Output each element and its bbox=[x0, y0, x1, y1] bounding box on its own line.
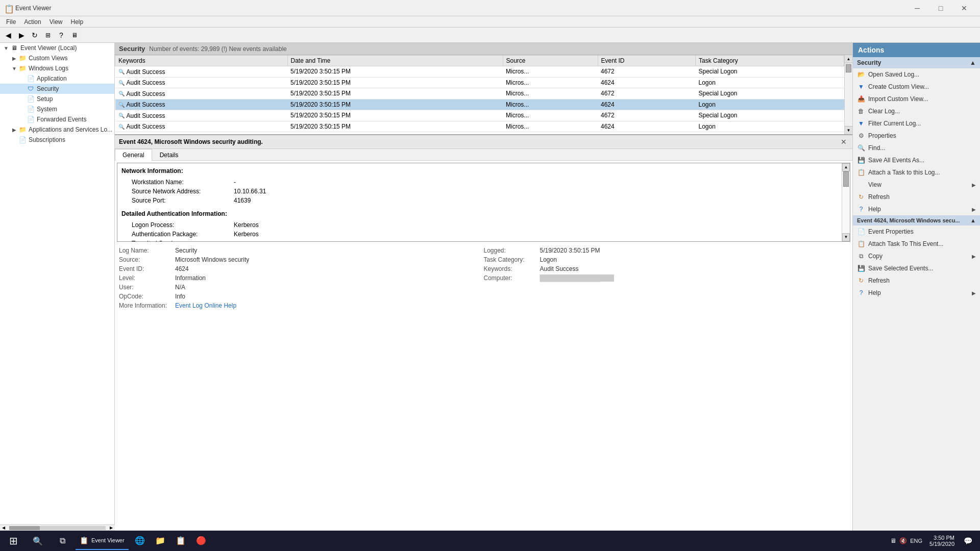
menu-file[interactable]: File bbox=[2, 17, 20, 27]
tree-root[interactable]: ▼ 🖥 Event Viewer (Local) bbox=[0, 43, 114, 53]
action-find[interactable]: 🔍 Find... bbox=[853, 142, 980, 154]
taskbar-clock[interactable]: 3:50 PM 5/19/2020 bbox=[926, 535, 958, 547]
info-box-vscrollbar[interactable]: ▲ ▼ bbox=[842, 163, 850, 241]
more-info-link[interactable]: Event Log Online Help bbox=[175, 302, 236, 309]
computer-label: Computer: bbox=[484, 274, 540, 282]
toolbar-refresh[interactable]: ↻ bbox=[29, 29, 41, 41]
copy-icon: ⧉ bbox=[857, 252, 865, 260]
ie-icon: 🌐 bbox=[135, 536, 145, 545]
scroll-up-btn[interactable]: ▲ bbox=[845, 55, 852, 63]
action-help-event[interactable]: ? Help ▶ bbox=[853, 287, 980, 299]
scroll-left-icon[interactable]: ◀ bbox=[0, 525, 7, 530]
workstation-label: Workstation Name: bbox=[132, 178, 234, 187]
taskbar: ⊞ 🔍 ⧉ 📋 Event Viewer 🌐 📁 📋 🔴 🖥 🔇 ENG 3:5… bbox=[0, 531, 980, 551]
minimize-button[interactable]: ─ bbox=[905, 0, 929, 16]
security-log-icon: 🛡 bbox=[27, 85, 35, 93]
custom-views-expand-icon[interactable]: ▶ bbox=[10, 54, 18, 62]
tree-setup[interactable]: 📄 Setup bbox=[0, 94, 114, 104]
action-open-saved-log[interactable]: 📂 Open Saved Log... bbox=[853, 68, 980, 81]
taskbar-search-button[interactable]: 🔍 bbox=[27, 531, 49, 551]
event-section-label: Event 4624, Microsoft Windows secu... bbox=[857, 217, 960, 223]
action-view[interactable]: View ▶ bbox=[853, 179, 980, 191]
center-panel: Security Number of events: 29,989 (!) Ne… bbox=[115, 43, 852, 531]
setup-log-icon: 📄 bbox=[27, 95, 35, 103]
toolbar-help[interactable]: ? bbox=[55, 29, 67, 41]
menu-view[interactable]: View bbox=[45, 17, 67, 27]
tree-system[interactable]: 📄 System bbox=[0, 104, 114, 114]
scroll-right-icon[interactable]: ▶ bbox=[108, 525, 115, 530]
taskbar-ie[interactable]: 🌐 bbox=[131, 532, 149, 550]
filter-icon: ▼ bbox=[857, 119, 865, 128]
action-event-properties[interactable]: 📄 Event Properties bbox=[853, 226, 980, 238]
lang-indicator[interactable]: ENG bbox=[910, 538, 922, 544]
root-expand-icon[interactable]: ▼ bbox=[2, 44, 10, 52]
tree-subscriptions[interactable]: 📄 Subscriptions bbox=[0, 135, 114, 145]
maximize-button[interactable]: □ bbox=[929, 0, 952, 16]
col-source[interactable]: Source bbox=[503, 56, 598, 66]
taskbar-app3[interactable]: 📋 bbox=[172, 532, 190, 550]
table-row[interactable]: 🔍Audit Success 5/19/2020 3:50:15 PMMicro… bbox=[115, 121, 844, 132]
taskbar-event-viewer[interactable]: 📋 Event Viewer bbox=[76, 532, 129, 550]
menu-action[interactable]: Action bbox=[20, 17, 45, 27]
action-save-all[interactable]: 💾 Save All Events As... bbox=[853, 154, 980, 166]
task-view-button[interactable]: ⧉ bbox=[51, 531, 74, 551]
action-copy[interactable]: ⧉ Copy ▶ bbox=[853, 250, 980, 262]
toolbar-more[interactable]: 🖥 bbox=[68, 29, 81, 41]
tree-application[interactable]: 📄 Application bbox=[0, 73, 114, 84]
taskbar-app4[interactable]: 🔴 bbox=[192, 532, 210, 550]
table-row[interactable]: 🔍Audit Success 5/19/2020 3:50:15 PMMicro… bbox=[115, 66, 844, 78]
col-datetime[interactable]: Date and Time bbox=[287, 56, 503, 66]
menu-help[interactable]: Help bbox=[67, 17, 88, 27]
tree-custom-views[interactable]: ▶ 📁 Custom Views bbox=[0, 53, 114, 63]
audit-icon: 🔍 bbox=[118, 113, 125, 118]
volume-muted-icon[interactable]: 🔇 bbox=[899, 537, 907, 544]
event-section-header[interactable]: Event 4624, Microsoft Windows secu... ▲ bbox=[853, 215, 980, 226]
more-info-label: More Information: bbox=[119, 302, 175, 309]
info-scroll-up[interactable]: ▲ bbox=[842, 163, 850, 171]
attach-task-event-icon: 📋 bbox=[857, 240, 865, 248]
col-category[interactable]: Task Category bbox=[695, 56, 844, 66]
info-scroll-down[interactable]: ▼ bbox=[842, 233, 850, 241]
actions-title: Actions bbox=[858, 46, 884, 54]
app-services-expand-icon[interactable]: ▶ bbox=[10, 126, 18, 134]
action-create-custom-view[interactable]: ▼ Create Custom View... bbox=[853, 81, 980, 93]
auth-pkg-value: Kerberos bbox=[234, 230, 259, 239]
table-row-selected[interactable]: 🔍Audit Success 5/19/2020 3:50:15 PMMicro… bbox=[115, 99, 844, 110]
action-refresh-event[interactable]: ↻ Refresh bbox=[853, 274, 980, 287]
table-row[interactable]: 🔍Audit Success 5/19/2020 3:50:15 PMMicro… bbox=[115, 110, 844, 121]
action-properties[interactable]: ⚙ Properties bbox=[853, 130, 980, 142]
toolbar-back[interactable]: ◀ bbox=[2, 29, 14, 41]
table-vscrollbar[interactable]: ▲ ▼ bbox=[844, 55, 852, 134]
tab-general[interactable]: General bbox=[115, 149, 152, 161]
close-button[interactable]: ✕ bbox=[952, 0, 976, 16]
action-save-selected[interactable]: 💾 Save Selected Events... bbox=[853, 262, 980, 274]
action-import-custom-view[interactable]: 📥 Import Custom View... bbox=[853, 93, 980, 105]
security-section-header[interactable]: Security ▲ bbox=[853, 57, 980, 68]
action-clear-log[interactable]: 🗑 Clear Log... bbox=[853, 105, 980, 117]
tree-app-services[interactable]: ▶ 📁 Applications and Services Lo... bbox=[0, 124, 114, 135]
toolbar-forward[interactable]: ▶ bbox=[15, 29, 28, 41]
tab-details[interactable]: Details bbox=[152, 149, 186, 161]
tree-windows-logs[interactable]: ▼ 📁 Windows Logs bbox=[0, 63, 114, 73]
windows-logs-expand-icon[interactable]: ▼ bbox=[10, 64, 18, 72]
action-filter-log-label: Filter Current Log... bbox=[868, 120, 921, 127]
tree-forwarded-events[interactable]: 📄 Forwarded Events bbox=[0, 114, 114, 124]
action-filter-log[interactable]: ▼ Filter Current Log... bbox=[853, 117, 980, 130]
table-row[interactable]: 🔍Audit Success 5/19/2020 3:50:15 PMMicro… bbox=[115, 77, 844, 88]
keywords-label: Keywords: bbox=[484, 265, 540, 272]
event-detail-close[interactable]: ✕ bbox=[839, 137, 848, 146]
action-help-security[interactable]: ? Help ▶ bbox=[853, 203, 980, 215]
col-event-id[interactable]: Event ID bbox=[598, 56, 695, 66]
col-keywords[interactable]: Keywords bbox=[115, 56, 288, 66]
action-attach-task-event[interactable]: 📋 Attach Task To This Event... bbox=[853, 238, 980, 250]
start-button[interactable]: ⊞ bbox=[2, 531, 24, 551]
notification-icon[interactable]: 💬 bbox=[962, 531, 974, 551]
action-refresh-security[interactable]: ↻ Refresh bbox=[853, 191, 980, 203]
tree-security[interactable]: 🛡 Security bbox=[0, 84, 114, 94]
table-row[interactable]: 🔍Audit Success 5/19/2020 3:50:15 PMMicro… bbox=[115, 88, 844, 99]
action-attach-task-log[interactable]: 📋 Attach a Task to this Log... bbox=[853, 166, 980, 179]
network-icon[interactable]: 🖥 bbox=[890, 537, 896, 544]
toolbar-view[interactable]: ⊞ bbox=[42, 29, 54, 41]
scroll-down-btn[interactable]: ▼ bbox=[845, 126, 852, 134]
taskbar-explorer[interactable]: 📁 bbox=[151, 532, 169, 550]
